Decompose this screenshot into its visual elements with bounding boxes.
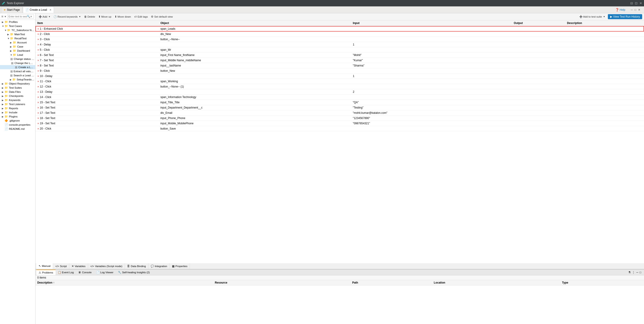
maximize-icon[interactable]: ⊡ [635,1,638,5]
search-icon[interactable]: 🔍 [27,15,30,18]
sidebar-item-checkpoints[interactable]: ▶ 📁 Checkpoints [0,94,35,98]
sidebar-item-object-repo[interactable]: ▶ 📁 Object Repository [0,82,35,86]
sidebar-item-readme[interactable]: 📄 README.md [0,127,35,131]
sidebar-menu-icon[interactable]: ≡ [1,15,3,18]
bottom-tab-event-log[interactable]: 📋 Event Log [56,270,76,275]
sidebar-item-main-test[interactable]: ▶ 📁 MainTest [0,32,35,36]
close-icon[interactable]: ✕ [640,1,642,5]
move-up-button[interactable]: ⬆ Move up [97,14,113,19]
view-history-button[interactable]: ▶ View Test Run History [608,14,642,19]
window-close-icon[interactable]: ✕ [638,8,640,11]
filter-icon[interactable]: ⚗ [628,271,631,274]
tab-integration[interactable]: 💬 Integration [148,263,170,269]
tab-variables-script[interactable]: </> Variables (Script mode) [88,263,125,269]
table-row[interactable]: ✕ 8 - Set Textinput__lastName"Sharma" [36,63,644,68]
window-minimize-icon[interactable]: ─ [631,8,633,11]
sidebar-item-console-props[interactable]: 📄 console.properties [0,123,35,127]
sidebar-item-change-status[interactable]: ▦ Change status from a Lead [0,57,35,61]
table-row[interactable]: ✕ 19 - Set Textinput_Mobile_MobilePhone"… [36,121,644,126]
table-row[interactable]: ✕ 6 - Set Textinput_First Name_firstName… [36,52,644,58]
data-binding-icon: 🗄 [127,265,130,268]
table-row[interactable]: ✕ 10 - Delay1 [36,74,644,79]
bottom-tab-log-viewer[interactable]: 📄 Log Viewer [94,270,116,275]
sidebar-item-change-owner[interactable]: ▦ Change the Lead Owner [0,61,35,65]
sidebar-item-tc-salesforce[interactable]: ▼ 📁 TC_Salesforce New [0,28,35,32]
window-maximize-icon[interactable]: □ [634,8,636,11]
sidebar-item-reports[interactable]: ▶ 📁 Reports [0,106,35,110]
add-button[interactable]: ➕ Add ▼ [37,14,52,19]
table-row[interactable]: ✕ 17 - Set Textdiv_Email"mohit.kumar@kat… [36,110,644,116]
bottom-tab-problems[interactable]: ⚠ Problems [36,270,56,275]
cell-object: div_Email [158,110,351,116]
sidebar-item-data-files[interactable]: ▶ 📁 Data Files [0,90,35,94]
sidebar-item-keywords[interactable]: ▶ 📁 Keywords [0,98,35,102]
table-row[interactable]: ✕ 12 - Clickbutton_--None-- (1) [36,84,644,89]
sidebar-item-lead[interactable]: ▼ 📁 Lead [0,53,35,57]
view-history-label: View Test Run History [613,15,640,18]
sidebar-item-dashboard[interactable]: ▶ 📁 Dashboard [0,49,35,53]
sidebar-item-label: Test Cases [9,25,22,27]
cell-input [351,79,512,84]
table-row[interactable]: ✕ 9 - Clickbutton_New [36,68,644,74]
table-row[interactable]: ✕ 4 - Delay1 [36,42,644,47]
cell-output [512,126,565,131]
cell-object: span_Information Technology [158,95,351,100]
item-count: 0 items [37,276,46,279]
table-row[interactable]: ✕ 11 - Clickspan_Working [36,79,644,84]
sidebar-item-test-suites[interactable]: ▶ 📁 Test Suites [0,86,35,90]
table-row[interactable]: ✕ 3 - Clickbutton_--None-- [36,37,644,42]
recent-keywords-button[interactable]: 🕐 Recent keywords ▼ [52,14,82,19]
cell-object: input_Title_Title [158,100,351,105]
sidebar-item-case[interactable]: ▶ 📁 Case [0,44,35,49]
sidebar-item-account[interactable]: ▶ 📁 Account [0,40,35,44]
help-label[interactable]: Help [620,8,626,11]
table-row[interactable]: ✕ 15 - Set Textinput_Title_Title"QA" [36,100,644,105]
table-row[interactable]: ✕ 13 - Delay2 [36,89,644,95]
editor-tabs: ↖ Manual </> Script ✕ Variables </> Vari… [36,263,644,269]
sidebar-item-include[interactable]: ▶ 📁 Include [0,110,35,114]
bottom-tab-console[interactable]: 🖥 Console [76,270,94,275]
tab-properties[interactable]: ▦ Properties [170,263,190,269]
tab-script[interactable]: </> Script [53,263,69,269]
delete-button[interactable]: 🗑 Delete [83,15,96,19]
bottom-tab-self-healing[interactable]: 🔧 Self-healing Insights (2) [116,270,152,275]
minimize-panel-icon[interactable]: ─ [636,271,638,274]
table-row[interactable]: ✕ 5 - Clickspan_Mr [36,47,644,52]
table-row[interactable]: ✕ 14 - Clickspan_Information Technology [36,95,644,100]
sidebar-item-search-lead[interactable]: ▦ Search a Lead by name and [0,73,35,77]
integration-icon: 💬 [151,265,154,268]
sidebar-item-plugins[interactable]: ▶ 📁 Plugins [0,114,35,119]
sidebar-item-gitignore[interactable]: 🔶 .gitignore [0,119,35,123]
sidebar-item-extract-all[interactable]: ▦ Extract all value from drop c [0,69,35,73]
sidebar-item-profiles[interactable]: ▶ 📁 Profiles [0,20,35,24]
sidebar-search-input[interactable] [8,15,27,18]
tab-manual[interactable]: ↖ Manual [36,263,53,269]
cell-item: ✕ 7 - Set Text [36,58,158,63]
tab-start-page[interactable]: ★ Start Page [1,7,22,13]
table-row[interactable]: ✕ 20 - Clickbutton_Save [36,126,644,131]
sidebar-item-test-cases[interactable]: ▼ 📁 Test Cases [0,24,35,28]
sidebar-item-recall-test[interactable]: ▼ 📁 RecallTest [0,36,35,40]
tab-create-lead[interactable]: 📄 Create a Lead ✕ [23,7,54,13]
move-down-button[interactable]: ⬇ Move down [113,14,132,19]
table-row[interactable]: ✕ 18 - Set Textinput_Phone_Phone"1234567… [36,116,644,121]
sidebar-item-test-listeners[interactable]: ▶ 📁 Test Listeners [0,102,35,106]
table-row[interactable]: ✕ 7 - Set Textinput_Middle Name_middleNa… [36,58,644,63]
table-row[interactable]: ✕ 16 - Set Textinput_Department_Departme… [36,105,644,110]
sidebar-item-setup-teardown[interactable]: ▶ 📁 SetupTeardown [0,77,35,82]
options-icon[interactable]: ⋮ [632,271,635,274]
edit-tags-button[interactable]: 🏷 Edit tags [133,15,149,19]
add-to-test-suite-button[interactable]: ➕ Add to test suite ▼ [578,14,606,19]
table-row[interactable]: ✕ 1 - Enhanced Clickspan_Leads [36,26,644,31]
minimize-icon[interactable]: ⊟ [630,1,633,5]
sidebar-item-create-lead[interactable]: ▦ Create a Lead [0,65,35,69]
set-default-view-button[interactable]: ⚙ Set default view [150,14,174,19]
maximize-panel-icon[interactable]: □ [640,271,641,274]
tab-variables[interactable]: ✕ Variables [69,263,88,269]
clear-search-icon[interactable]: ✕ [30,15,32,18]
table-row[interactable]: ✕ 2 - Clickdiv_New [36,31,644,37]
folder-icon: 📁 [4,115,8,118]
sidebar-arrow-icon[interactable]: ▼ [4,15,6,18]
tab-data-binding[interactable]: 🗄 Data Binding [125,263,148,269]
tab-close-icon[interactable]: ✕ [50,8,52,11]
